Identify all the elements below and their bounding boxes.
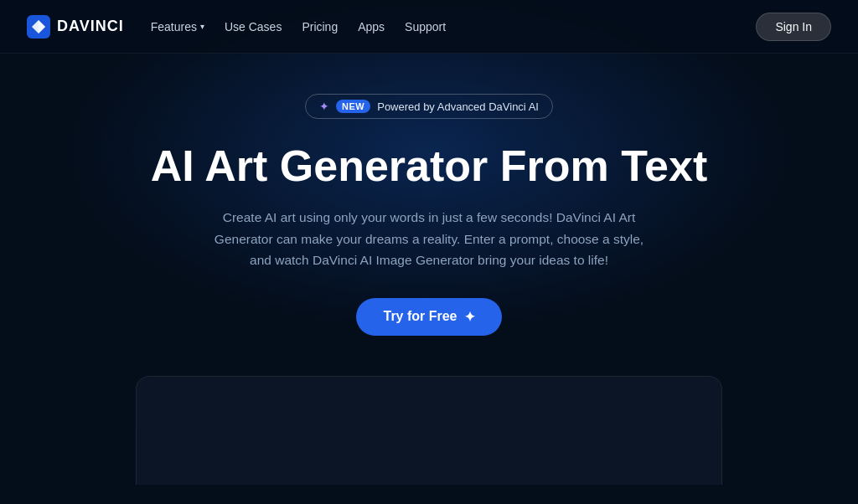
badge-description: Powered by Advanced DaVinci AI (377, 100, 539, 113)
nav-apps[interactable]: Apps (358, 20, 385, 33)
features-chevron-icon: ▾ (200, 22, 204, 31)
hero-section: ✦ NEW Powered by Advanced DaVinci AI AI … (0, 54, 858, 376)
nav-features[interactable]: Features ▾ (151, 20, 204, 33)
cta-label: Try for Free (383, 309, 457, 324)
new-badge: ✦ NEW Powered by Advanced DaVinci AI (305, 94, 553, 119)
signin-button[interactable]: Sign In (756, 13, 831, 41)
sparkle-icon: ✦ (319, 100, 329, 113)
hero-headline: AI Art Generator From Text (151, 142, 708, 190)
cta-sparkle-icon: ✦ (464, 309, 475, 325)
new-badge-label: NEW (336, 100, 370, 113)
nav-left: DAVINCI Features ▾ Use Cases Pricing App… (27, 15, 446, 39)
logo-text: DAVINCI (57, 18, 124, 35)
nav-usecases[interactable]: Use Cases (225, 20, 282, 33)
nav-links: Features ▾ Use Cases Pricing Apps Suppor… (151, 20, 446, 33)
nav-support[interactable]: Support (405, 20, 446, 33)
navbar: DAVINCI Features ▾ Use Cases Pricing App… (0, 0, 858, 54)
app-preview-card (136, 376, 722, 485)
cta-button[interactable]: Try for Free ✦ (356, 298, 501, 336)
davinci-logo-icon (27, 15, 50, 39)
hero-subtext: Create AI art using only your words in j… (211, 207, 647, 271)
logo[interactable]: DAVINCI (27, 15, 124, 39)
nav-pricing[interactable]: Pricing (302, 20, 338, 33)
